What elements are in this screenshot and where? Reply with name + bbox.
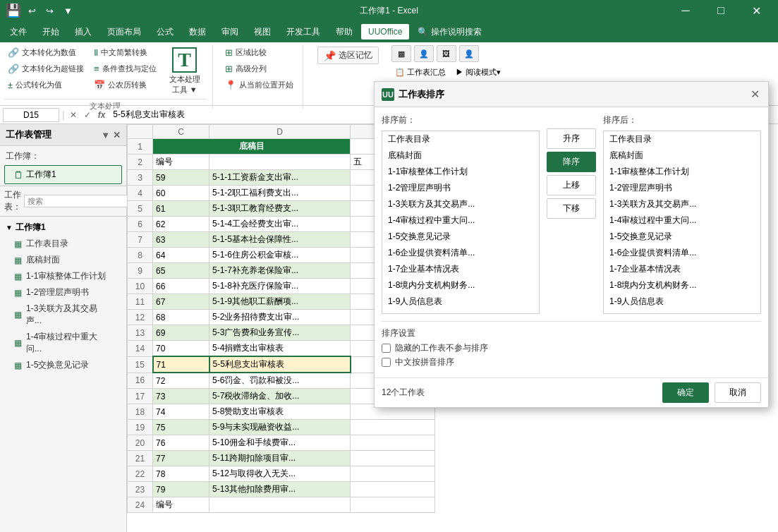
sort-before-item-7[interactable]: 1-5交换意见记录 <box>382 229 539 245</box>
redo-button[interactable]: ↪ <box>43 4 56 18</box>
cell-2-d[interactable] <box>209 155 351 170</box>
cell-17-c[interactable]: 73 <box>153 389 209 404</box>
icon-btn-3[interactable]: 🖼 <box>437 45 456 62</box>
ws-search-input[interactable] <box>24 195 128 207</box>
sort-after-item-12[interactable]: 1-10资产总额信息表 <box>604 310 760 314</box>
menu-help[interactable]: 帮助 <box>329 23 360 41</box>
ws-item-cover[interactable]: ▦ 底稿封面 <box>0 252 126 268</box>
formula-fx-icon[interactable]: fx <box>96 110 108 120</box>
btn-text-to-value[interactable]: 🔗 文本转化为数值 <box>4 45 87 60</box>
ws-item-audit[interactable]: ▦ 1-4审核过程中重大问... <box>0 329 126 357</box>
sort-before-item-3[interactable]: 1-1审核整体工作计划 <box>382 164 539 180</box>
btn-region-compare[interactable]: ⊞ 区域比较 <box>221 45 297 60</box>
cell-7-c[interactable]: 63 <box>153 232 209 248</box>
sort-before-item-6[interactable]: 1-4审核过程中重大问... <box>382 212 539 229</box>
btn-text-to-hyperlink[interactable]: 🔗 文本转化为超链接 <box>4 61 87 76</box>
cell-20-e[interactable] <box>351 435 435 451</box>
cell-11-c[interactable]: 67 <box>153 294 209 310</box>
sort-before-item-11[interactable]: 1-9人员信息表 <box>382 294 539 310</box>
sort-after-item-2[interactable]: 底稿封面 <box>604 147 760 164</box>
undo-button[interactable]: ↩ <box>25 4 39 18</box>
cell-20-d[interactable]: 5-10佣金和手续费审... <box>209 435 351 451</box>
sort-before-item-10[interactable]: 1-8境内分支机构财务... <box>382 277 539 294</box>
sort-after-item-7[interactable]: 1-5交换意见记录 <box>604 229 760 245</box>
cell-13-d[interactable]: 5-3广告费和业务宣传... <box>209 325 351 341</box>
sort-before-item-12[interactable]: 1-10资产总额信息表 <box>382 310 539 314</box>
close-button[interactable]: ✕ <box>740 0 772 21</box>
btn-worksheet-summary[interactable]: 📋 工作表汇总 <box>391 65 449 80</box>
maximize-button[interactable]: □ <box>705 0 737 21</box>
btn-cn-convert[interactable]: Ⅱ 中文简繁转换 <box>90 45 160 60</box>
cell-14-d[interactable]: 5-4捐赠支出审核表 <box>209 341 351 357</box>
sort-after-item-8[interactable]: 1-6企业提供资料清单... <box>604 245 760 261</box>
workbook-item[interactable]: 🗒 工作簿1 <box>4 165 122 184</box>
cell-16-d[interactable]: 5-6罚金、罚款和被没... <box>209 373 351 389</box>
cell-21-e[interactable] <box>351 451 435 466</box>
cell-reference-input[interactable] <box>3 108 59 122</box>
sort-after-item-3[interactable]: 1-1审核整体工作计划 <box>604 164 760 180</box>
sort-after-list[interactable]: 工作表目录 底稿封面 1-1审核整体工作计划 1-2管理层声明书 1-3关联方及… <box>603 131 761 314</box>
icon-btn-1[interactable]: ▦ <box>391 45 411 62</box>
sort-confirm-button[interactable]: 确定 <box>662 382 709 403</box>
cell-15-c[interactable]: 71 <box>153 356 209 373</box>
cell-23-c[interactable]: 79 <box>153 482 209 497</box>
ws-item-mgmt[interactable]: ▦ 1-2管理层声明书 <box>0 284 126 301</box>
menu-uuoffice[interactable]: UUOffice <box>361 24 409 40</box>
menu-file[interactable]: 文件 <box>3 23 34 41</box>
col-header-c[interactable]: C <box>153 125 209 139</box>
col-header-d[interactable]: D <box>209 125 351 139</box>
cell-3-c[interactable]: 59 <box>153 170 209 186</box>
sort-before-item-1[interactable]: 工作表目录 <box>382 131 539 147</box>
btn-read-mode[interactable]: ▶ 阅读模式▾ <box>452 65 504 80</box>
cell-16-c[interactable]: 72 <box>153 373 209 389</box>
cell-12-c[interactable]: 68 <box>153 310 209 325</box>
cell-19-c[interactable]: 75 <box>153 420 209 435</box>
cell-1-c[interactable]: 底稿目 <box>153 139 351 155</box>
cell-22-c[interactable]: 78 <box>153 466 209 482</box>
sort-after-item-4[interactable]: 1-2管理层声明书 <box>604 180 760 196</box>
cell-10-d[interactable]: 5-1-8补充医疗保险审... <box>209 279 351 294</box>
formula-confirm-icon[interactable]: ✓ <box>82 110 93 120</box>
cell-11-d[interactable]: 5-1-9其他职工薪酬项... <box>209 294 351 310</box>
ws-item-plan[interactable]: ▦ 1-1审核整体工作计划 <box>0 268 126 284</box>
sort-cancel-button[interactable]: 取消 <box>715 382 761 403</box>
sort-before-item-4[interactable]: 1-2管理层声明书 <box>382 180 539 196</box>
cell-6-c[interactable]: 62 <box>153 217 209 232</box>
sort-ascending-button[interactable]: 升序 <box>547 128 596 149</box>
ws-group-header[interactable]: ▼ 工作簿1 <box>0 219 126 236</box>
ws-panel-close-icon[interactable]: ✕ <box>113 130 121 140</box>
cell-2-c[interactable]: 编号 <box>153 155 209 170</box>
cell-5-d[interactable]: 5-1-3职工教育经费支... <box>209 201 351 217</box>
menu-search[interactable]: 🔍操作说明搜索 <box>411 23 489 41</box>
cell-3-d[interactable]: 5-1-1工资薪金支出审... <box>209 170 351 186</box>
sort-before-item-5[interactable]: 1-3关联方及其交易声... <box>382 196 539 212</box>
cell-14-c[interactable]: 70 <box>153 341 209 357</box>
cell-9-d[interactable]: 5-1-7补充养老保险审... <box>209 263 351 279</box>
cell-17-d[interactable]: 5-7税收滞纳金、加收... <box>209 389 351 404</box>
cell-10-c[interactable]: 66 <box>153 279 209 294</box>
cell-4-c[interactable]: 60 <box>153 186 209 201</box>
cell-13-c[interactable]: 69 <box>153 325 209 341</box>
menu-home[interactable]: 开始 <box>35 23 66 41</box>
icon-btn-4[interactable]: 👤 <box>459 45 479 62</box>
menu-page-layout[interactable]: 页面布局 <box>100 23 148 41</box>
btn-formula-to-value[interactable]: ± 公式转化为值 <box>4 78 87 92</box>
sort-after-item-5[interactable]: 1-3关联方及其交易声... <box>604 196 760 212</box>
cell-19-e[interactable] <box>351 420 435 435</box>
btn-text-tool-large[interactable]: T 文本处理工具 ▼ <box>163 45 207 97</box>
cell-24-e[interactable] <box>351 497 435 513</box>
cell-21-c[interactable]: 77 <box>153 451 209 466</box>
sort-after-item-9[interactable]: 1-7企业基本情况表 <box>604 261 760 277</box>
cell-24-c[interactable]: 编号 <box>153 497 209 513</box>
ws-panel-dropdown-icon[interactable]: ▼ <box>101 130 110 140</box>
menu-developer[interactable]: 开发工具 <box>279 23 327 41</box>
btn-condition-find[interactable]: ≡ 条件查找与定位 <box>90 61 160 76</box>
sort-move-up-button[interactable]: 上移 <box>547 175 596 195</box>
menu-review[interactable]: 审阅 <box>214 23 245 41</box>
sort-before-item-9[interactable]: 1-7企业基本情况表 <box>382 261 539 277</box>
sort-move-down-button[interactable]: 下移 <box>547 198 596 219</box>
cell-23-d[interactable]: 5-13其他扣除费用审... <box>209 482 351 497</box>
cell-12-d[interactable]: 5-2业务招待费支出审... <box>209 310 351 325</box>
cell-24-d[interactable] <box>209 497 351 513</box>
icon-btn-2[interactable]: 👤 <box>414 45 434 62</box>
